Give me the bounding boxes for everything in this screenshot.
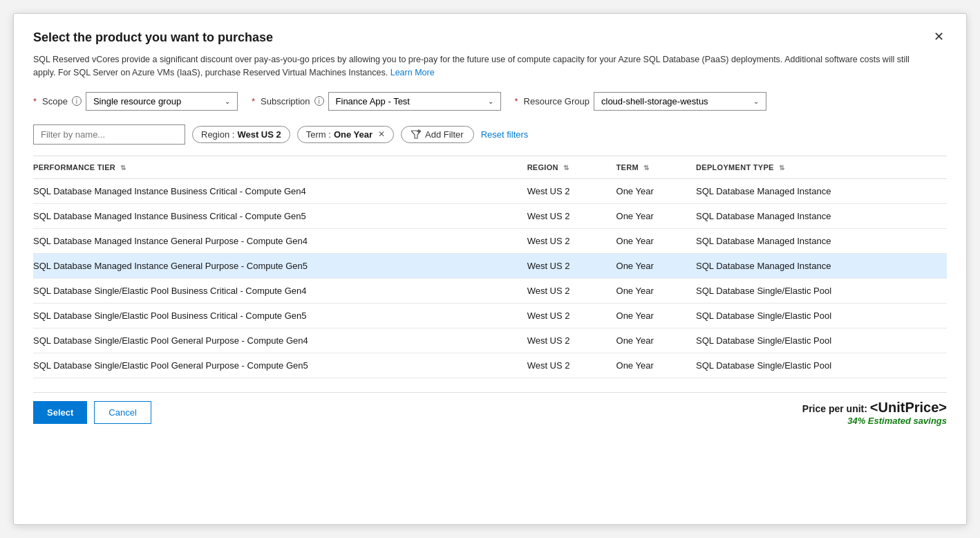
subscription-chevron-icon: ⌄ xyxy=(488,98,493,105)
subscription-label: Subscription xyxy=(261,96,310,106)
row-1-col-1: West US 2 xyxy=(527,203,616,228)
learn-more-link[interactable]: Learn More xyxy=(390,68,435,77)
scope-label: Scope xyxy=(42,96,68,106)
row-7-col-0: SQL Database Single/Elastic Pool General… xyxy=(33,353,527,378)
subscription-dropdown[interactable]: Finance App - Test ⌄ xyxy=(328,92,501,111)
add-filter-button[interactable]: Add Filter xyxy=(401,126,474,143)
row-4-col-3: SQL Database Single/Elastic Pool xyxy=(696,278,947,303)
row-1-col-3: SQL Database Managed Instance xyxy=(696,203,947,228)
row-3-col-0: SQL Database Managed Instance General Pu… xyxy=(33,253,527,278)
row-5-col-1: West US 2 xyxy=(527,303,616,328)
row-0-col-1: West US 2 xyxy=(527,178,616,203)
table-row[interactable]: SQL Database Managed Instance Business C… xyxy=(33,178,947,203)
region-filter-tag[interactable]: Region : West US 2 xyxy=(192,126,290,143)
rg-label: Resource Group xyxy=(524,96,590,106)
modal-dialog: Select the product you want to purchase … xyxy=(13,13,967,525)
table-header: PERFORMANCE TIER ⇅ REGION ⇅ TERM ⇅ DEPLO… xyxy=(33,156,947,179)
sort-performance-tier-icon: ⇅ xyxy=(120,164,126,171)
term-filter-close-icon[interactable]: ✕ xyxy=(378,129,385,139)
modal-header: Select the product you want to purchase … xyxy=(33,30,947,45)
filter-by-name-input[interactable] xyxy=(33,124,185,145)
row-7-col-3: SQL Database Single/Elastic Pool xyxy=(696,353,947,378)
resource-group-dropdown[interactable]: cloud-shell-storage-westus ⌄ xyxy=(594,92,766,111)
row-0-col-0: SQL Database Managed Instance Business C… xyxy=(33,178,527,203)
price-unit-display: Price per unit: <UnitPrice> xyxy=(802,400,947,416)
col-performance-tier[interactable]: PERFORMANCE TIER ⇅ xyxy=(33,156,527,179)
savings-text: 34% Estimated savings xyxy=(802,416,947,426)
row-5-col-3: SQL Database Single/Elastic Pool xyxy=(696,303,947,328)
row-0-col-2: One Year xyxy=(616,178,697,203)
reset-filters-button[interactable]: Reset filters xyxy=(481,129,529,140)
price-info: Price per unit: <UnitPrice> 34% Estimate… xyxy=(802,400,947,426)
row-4-col-1: West US 2 xyxy=(527,278,616,303)
row-0-col-3: SQL Database Managed Instance xyxy=(696,178,947,203)
col-term[interactable]: TERM ⇅ xyxy=(616,156,697,179)
col-region[interactable]: REGION ⇅ xyxy=(527,156,616,179)
term-filter-tag[interactable]: Term : One Year ✕ xyxy=(297,126,394,143)
scope-required-star: * xyxy=(33,96,37,106)
subscription-group: * Subscription i Finance App - Test ⌄ xyxy=(252,92,501,111)
scope-dropdown[interactable]: Single resource group ⌄ xyxy=(86,92,238,111)
close-button[interactable]: ✕ xyxy=(931,30,947,43)
sort-term-icon: ⇅ xyxy=(643,164,649,171)
scope-group: * Scope i Single resource group ⌄ xyxy=(33,92,238,111)
row-6-col-3: SQL Database Single/Elastic Pool xyxy=(696,328,947,353)
cancel-button[interactable]: Cancel xyxy=(94,401,151,424)
modal-description: SQL Reserved vCores provide a significan… xyxy=(33,53,932,80)
row-4-col-2: One Year xyxy=(616,278,697,303)
col-deployment-type[interactable]: DEPLOYMENT TYPE ⇅ xyxy=(696,156,947,179)
products-table: PERFORMANCE TIER ⇅ REGION ⇅ TERM ⇅ DEPLO… xyxy=(33,156,947,378)
modal-footer: Select Cancel Price per unit: <UnitPrice… xyxy=(33,392,947,426)
table-row[interactable]: SQL Database Managed Instance General Pu… xyxy=(33,228,947,253)
table-row[interactable]: SQL Database Managed Instance Business C… xyxy=(33,203,947,228)
row-7-col-2: One Year xyxy=(616,353,697,378)
row-3-col-3: SQL Database Managed Instance xyxy=(696,253,947,278)
row-2-col-2: One Year xyxy=(616,228,697,253)
table-row[interactable]: SQL Database Single/Elastic Pool Busines… xyxy=(33,278,947,303)
form-row: * Scope i Single resource group ⌄ * Subs… xyxy=(33,92,947,111)
row-6-col-1: West US 2 xyxy=(527,328,616,353)
row-1-col-2: One Year xyxy=(616,203,697,228)
row-6-col-2: One Year xyxy=(616,328,697,353)
row-7-col-1: West US 2 xyxy=(527,353,616,378)
table-row[interactable]: SQL Database Single/Elastic Pool General… xyxy=(33,328,947,353)
scope-info-icon[interactable]: i xyxy=(72,96,82,106)
scope-chevron-icon: ⌄ xyxy=(225,98,230,105)
sort-deployment-type-icon: ⇅ xyxy=(779,164,784,171)
table-row[interactable]: SQL Database Managed Instance General Pu… xyxy=(33,253,947,278)
sort-region-icon: ⇅ xyxy=(563,164,569,171)
table-row[interactable]: SQL Database Single/Elastic Pool Busines… xyxy=(33,303,947,328)
row-2-col-3: SQL Database Managed Instance xyxy=(696,228,947,253)
footer-buttons: Select Cancel xyxy=(33,401,151,424)
rg-required-star: * xyxy=(515,96,518,106)
table-body: SQL Database Managed Instance Business C… xyxy=(33,178,947,378)
select-button[interactable]: Select xyxy=(33,401,87,424)
subscription-required-star: * xyxy=(252,96,255,106)
row-1-col-0: SQL Database Managed Instance Business C… xyxy=(33,203,527,228)
row-3-col-2: One Year xyxy=(616,253,697,278)
row-5-col-2: One Year xyxy=(616,303,697,328)
filter-row: Region : West US 2 Term : One Year ✕ Add… xyxy=(33,124,947,145)
row-5-col-0: SQL Database Single/Elastic Pool Busines… xyxy=(33,303,527,328)
subscription-info-icon[interactable]: i xyxy=(314,96,324,106)
rg-chevron-icon: ⌄ xyxy=(753,98,759,105)
table-row[interactable]: SQL Database Single/Elastic Pool General… xyxy=(33,353,947,378)
row-4-col-0: SQL Database Single/Elastic Pool Busines… xyxy=(33,278,527,303)
row-2-col-1: West US 2 xyxy=(527,228,616,253)
resource-group-group: * Resource Group cloud-shell-storage-wes… xyxy=(515,92,766,111)
products-table-container: PERFORMANCE TIER ⇅ REGION ⇅ TERM ⇅ DEPLO… xyxy=(33,156,947,378)
row-2-col-0: SQL Database Managed Instance General Pu… xyxy=(33,228,527,253)
row-3-col-1: West US 2 xyxy=(527,253,616,278)
row-6-col-0: SQL Database Single/Elastic Pool General… xyxy=(33,328,527,353)
add-filter-icon xyxy=(411,129,421,139)
modal-title: Select the product you want to purchase xyxy=(33,30,273,45)
